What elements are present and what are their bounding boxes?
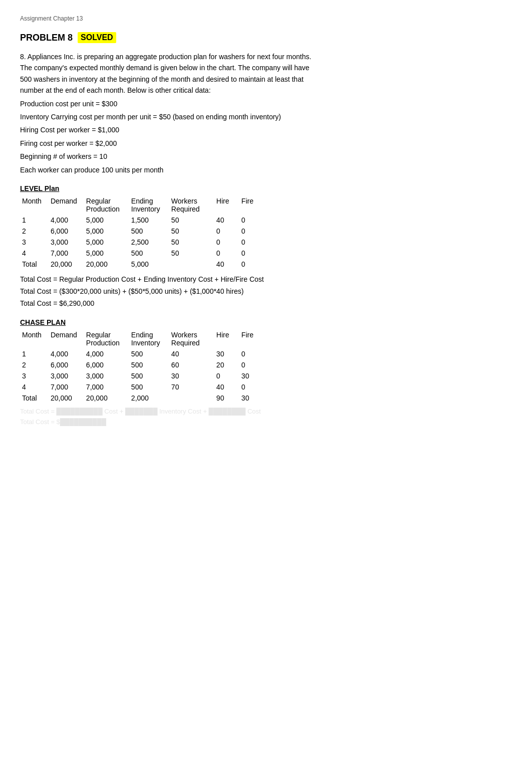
header-title: Assignment Chapter 13 bbox=[20, 15, 83, 22]
cp-cell-hire: 40 bbox=[214, 381, 239, 393]
lp-cell-demand: 4,000 bbox=[49, 215, 84, 226]
cp-col-regular: RegularProduction bbox=[84, 329, 129, 348]
cp-cell-workers: 60 bbox=[169, 359, 214, 370]
cp-cell-demand: 4,000 bbox=[49, 348, 84, 359]
cp-cell-hire: 90 bbox=[214, 393, 239, 404]
table-row: 1 4,000 4,000 500 40 30 0 bbox=[20, 348, 264, 359]
cp-cell-fire: 0 bbox=[239, 381, 264, 393]
lp-cell-workers: 50 bbox=[169, 226, 214, 237]
lp-cell-demand: 7,000 bbox=[49, 248, 84, 259]
table-row: 3 3,000 5,000 2,500 50 0 0 bbox=[20, 237, 264, 248]
lp-cell-demand: 6,000 bbox=[49, 226, 84, 237]
cp-cell-regular: 6,000 bbox=[84, 359, 129, 370]
lp-col-ending: EndingInventory bbox=[129, 196, 169, 215]
cp-cell-month: 1 bbox=[20, 348, 49, 359]
lp-cell-demand: 3,000 bbox=[49, 237, 84, 248]
lp-cell-ending: 1,500 bbox=[129, 215, 169, 226]
cp-col-workers: WorkersRequired bbox=[169, 329, 214, 348]
lp-cost-note-1: Total Cost = Regular Production Cost + E… bbox=[20, 274, 512, 286]
cp-cell-month: 2 bbox=[20, 359, 49, 370]
cp-cell-fire: 30 bbox=[239, 370, 264, 381]
table-row: 4 7,000 7,000 500 70 40 0 bbox=[20, 381, 264, 393]
desc-prod-cost: Production cost per unit = $300 bbox=[20, 98, 431, 109]
desc-begin-workers: Beginning # of workers = 10 bbox=[20, 151, 431, 162]
problem-title: PROBLEM 8 bbox=[20, 33, 73, 43]
lp-cell-regular: 5,000 bbox=[84, 248, 129, 259]
cp-cell-fire: 0 bbox=[239, 359, 264, 370]
blurred-content-1: Total Cost = ██████████ Cost + ███████ I… bbox=[20, 408, 512, 415]
cp-cell-hire: 0 bbox=[214, 370, 239, 381]
cp-cell-demand: 6,000 bbox=[49, 359, 84, 370]
lp-col-fire: Fire bbox=[239, 196, 264, 215]
lp-cell-workers: 50 bbox=[169, 248, 214, 259]
lp-cell-ending: 500 bbox=[129, 248, 169, 259]
cp-cell-fire: 30 bbox=[239, 393, 264, 404]
lp-col-demand: Demand bbox=[49, 196, 84, 215]
lp-cell-regular: 5,000 bbox=[84, 215, 129, 226]
cp-cell-month: 4 bbox=[20, 381, 49, 393]
chase-plan-header-row: Month Demand RegularProduction EndingInv… bbox=[20, 329, 264, 348]
lp-cell-fire: 0 bbox=[239, 215, 264, 226]
lp-cell-demand: 20,000 bbox=[49, 259, 84, 270]
lp-cell-month: Total bbox=[20, 259, 49, 270]
chase-plan-body: 1 4,000 4,000 500 40 30 0 2 6,000 6,000 … bbox=[20, 348, 264, 404]
cp-cell-workers: 30 bbox=[169, 370, 214, 381]
problem-title-container: PROBLEM 8 SOLVED bbox=[20, 32, 512, 43]
lp-cost-note-3: Total Cost = $6,290,000 bbox=[20, 298, 512, 310]
chase-plan-table: Month Demand RegularProduction EndingInv… bbox=[20, 329, 264, 404]
cp-cell-regular: 20,000 bbox=[84, 393, 129, 404]
blurred-content-2: Total Cost = $██████████ bbox=[20, 418, 512, 426]
desc-worker-produce: Each worker can produce 100 units per mo… bbox=[20, 164, 431, 175]
cp-cell-workers: 40 bbox=[169, 348, 214, 359]
lp-cell-fire: 0 bbox=[239, 248, 264, 259]
level-plan-table: Month Demand RegularProduction EndingInv… bbox=[20, 196, 264, 270]
level-plan-cost-notes: Total Cost = Regular Production Cost + E… bbox=[20, 274, 512, 309]
lp-cell-regular: 5,000 bbox=[84, 226, 129, 237]
lp-cell-month: 1 bbox=[20, 215, 49, 226]
cp-col-demand: Demand bbox=[49, 329, 84, 348]
table-row: 4 7,000 5,000 500 50 0 0 bbox=[20, 248, 264, 259]
cp-cell-month: 3 bbox=[20, 370, 49, 381]
cp-cell-demand: 3,000 bbox=[49, 370, 84, 381]
lp-col-hire: Hire bbox=[214, 196, 239, 215]
desc-hire-cost: Hiring Cost per worker = $1,000 bbox=[20, 124, 431, 135]
cp-cell-ending: 500 bbox=[129, 359, 169, 370]
lp-cell-fire: 0 bbox=[239, 259, 264, 270]
cp-cell-regular: 3,000 bbox=[84, 370, 129, 381]
cp-cell-hire: 30 bbox=[214, 348, 239, 359]
lp-cell-month: 2 bbox=[20, 226, 49, 237]
lp-cell-regular: 5,000 bbox=[84, 237, 129, 248]
lp-col-regular: RegularProduction bbox=[84, 196, 129, 215]
desc-fire-cost: Firing cost per worker = $2,000 bbox=[20, 138, 431, 149]
cp-col-fire: Fire bbox=[239, 329, 264, 348]
cp-cell-month: Total bbox=[20, 393, 49, 404]
lp-cell-ending: 2,500 bbox=[129, 237, 169, 248]
table-row: 2 6,000 6,000 500 60 20 0 bbox=[20, 359, 264, 370]
lp-cell-workers: 50 bbox=[169, 215, 214, 226]
cp-col-hire: Hire bbox=[214, 329, 239, 348]
lp-col-month: Month bbox=[20, 196, 49, 215]
lp-cell-hire: 0 bbox=[214, 248, 239, 259]
problem-description: 8. Appliances Inc. is preparing an aggre… bbox=[20, 51, 431, 175]
cp-col-month: Month bbox=[20, 329, 49, 348]
cp-cell-regular: 4,000 bbox=[84, 348, 129, 359]
lp-cell-ending: 5,000 bbox=[129, 259, 169, 270]
cp-cell-ending: 500 bbox=[129, 370, 169, 381]
lp-cell-workers bbox=[169, 259, 214, 270]
level-plan-body: 1 4,000 5,000 1,500 50 40 0 2 6,000 5,00… bbox=[20, 215, 264, 270]
lp-cell-hire: 0 bbox=[214, 237, 239, 248]
cp-cell-workers: 70 bbox=[169, 381, 214, 393]
cp-cell-ending: 2,000 bbox=[129, 393, 169, 404]
cp-cell-demand: 7,000 bbox=[49, 381, 84, 393]
lp-cell-month: 3 bbox=[20, 237, 49, 248]
level-plan-title: LEVEL Plan bbox=[20, 184, 512, 192]
cp-col-ending: EndingInventory bbox=[129, 329, 169, 348]
lp-cell-regular: 20,000 bbox=[84, 259, 129, 270]
level-plan-header-row: Month Demand RegularProduction EndingInv… bbox=[20, 196, 264, 215]
lp-cell-hire: 40 bbox=[214, 259, 239, 270]
cp-cell-demand: 20,000 bbox=[49, 393, 84, 404]
lp-col-workers: WorkersRequired bbox=[169, 196, 214, 215]
lp-cell-workers: 50 bbox=[169, 237, 214, 248]
desc-inv-cost: Inventory Carrying cost per month per un… bbox=[20, 111, 431, 122]
table-row: Total 20,000 20,000 2,000 90 30 bbox=[20, 393, 264, 404]
